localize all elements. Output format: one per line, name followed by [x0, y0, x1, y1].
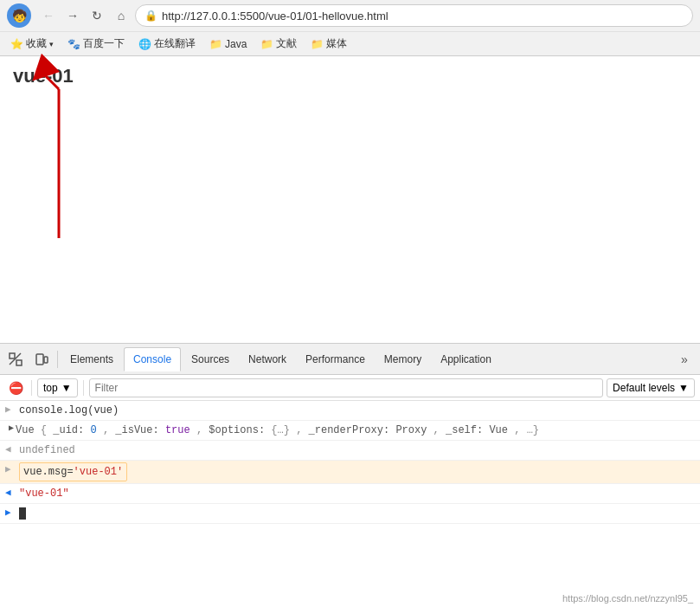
bookmarks-bar: ⭐ 收藏 ▾ 🐾 百度一下 🌐 在线翻译 📁 Java 📁 文献 📁 媒体	[0, 31, 700, 55]
page-content: vue-01	[0, 56, 700, 368]
bookmark-baidu[interactable]: 🐾 百度一下	[64, 35, 128, 53]
console-line-3: ◀ undefined	[0, 441, 700, 461]
refresh-button[interactable]: ↻	[87, 5, 107, 26]
filter-input[interactable]	[89, 378, 603, 397]
svg-rect-6	[36, 354, 43, 365]
baidu-label: 百度一下	[83, 36, 125, 51]
translate-label: 在线翻译	[154, 36, 196, 51]
clear-console-button[interactable]: ⛔	[5, 378, 26, 398]
input-arrow-1: ▶	[5, 403, 19, 415]
inspect-element-button[interactable]	[3, 347, 28, 371]
secure-icon: 🔒	[144, 10, 157, 22]
java-icon: 📁	[209, 38, 222, 50]
collect-icon: ⭐	[10, 38, 23, 50]
address-text: http://127.0.0.1:5500/vue-01/01-hellovue…	[162, 10, 389, 23]
console-line-1: ▶ console.log(vue)	[0, 401, 700, 421]
bookmark-docs[interactable]: 📁 文献	[257, 35, 300, 53]
svg-rect-4	[16, 360, 22, 365]
input-arrow-3: ▶	[5, 506, 19, 518]
devtools-panel: Elements Console Sources Network Perform…	[0, 343, 700, 607]
tab-memory-label: Memory	[384, 353, 421, 365]
tab-elements-label: Elements	[70, 353, 113, 365]
console-line-4: ▶ vue.msg='vue-01'	[0, 461, 700, 484]
tab-application[interactable]: Application	[432, 347, 500, 371]
collect-dropdown: ▾	[49, 40, 54, 48]
address-bar[interactable]: 🔒 http://127.0.0.1:5500/vue-01/01-hellov…	[135, 4, 693, 27]
tab-elements[interactable]: Elements	[61, 347, 122, 371]
docs-label: 文献	[276, 36, 297, 51]
undefined-output: undefined	[19, 442, 695, 458]
tab-separator	[57, 351, 58, 368]
vue-msg-command: vue.msg='vue-01'	[19, 462, 695, 481]
vue-msg-result: "vue-01"	[19, 486, 695, 501]
svg-rect-7	[44, 357, 48, 363]
tab-sources[interactable]: Sources	[183, 347, 238, 371]
console-line-6[interactable]: ▶	[0, 504, 700, 524]
tab-network[interactable]: Network	[240, 347, 295, 371]
console-output: ▶ console.log(vue) ▶ Vue { _uid: 0 , _is…	[0, 401, 700, 607]
more-tabs-button[interactable]: »	[672, 347, 697, 371]
baidu-icon: 🐾	[67, 38, 80, 50]
page-title: vue-01	[13, 65, 687, 87]
context-label: top	[43, 382, 58, 394]
output-arrow-1: ◀	[5, 442, 19, 455]
bookmark-collect[interactable]: ⭐ 收藏 ▾	[7, 35, 57, 53]
console-toolbar: ⛔ top ▼ Default levels ▼	[0, 375, 700, 401]
bookmark-java[interactable]: 📁 Java	[206, 36, 250, 52]
log-levels-dropdown-icon: ▼	[678, 382, 689, 394]
console-cursor-line	[19, 506, 695, 521]
tab-console-label: Console	[133, 353, 171, 365]
toolbar-sep1	[31, 380, 32, 396]
tab-network-label: Network	[248, 353, 286, 365]
output-arrow-2: ◀	[5, 486, 19, 498]
tab-application-label: Application	[440, 353, 491, 365]
tab-performance[interactable]: Performance	[297, 347, 374, 371]
log-levels-selector[interactable]: Default levels ▼	[607, 378, 695, 397]
console-log-command: console.log(vue)	[19, 403, 695, 418]
input-arrow-2: ▶	[5, 462, 19, 475]
home-button[interactable]: ⌂	[111, 5, 132, 26]
avatar: 🧒	[7, 3, 31, 28]
java-label: Java	[225, 38, 247, 50]
devtools-tab-bar: Elements Console Sources Network Perform…	[0, 344, 700, 375]
tab-console[interactable]: Console	[124, 347, 181, 371]
browser-chrome: 🧒 ← → ↻ ⌂ 🔒 http://127.0.0.1:5500/vue-01…	[0, 0, 700, 56]
text-cursor	[19, 507, 26, 520]
bookmark-translate[interactable]: 🌐 在线翻译	[135, 35, 199, 53]
bookmark-media[interactable]: 📁 媒体	[307, 35, 350, 53]
context-dropdown-icon: ▼	[61, 382, 72, 394]
forward-button[interactable]: →	[62, 5, 83, 26]
console-line-2[interactable]: ▶ Vue { _uid: 0 , _isVue: true , $option…	[0, 421, 700, 441]
tab-sources-label: Sources	[191, 353, 229, 365]
tab-memory[interactable]: Memory	[376, 347, 430, 371]
translate-icon: 🌐	[138, 38, 151, 50]
context-selector[interactable]: top ▼	[37, 378, 78, 397]
docs-icon: 📁	[260, 38, 273, 50]
highlighted-command-text: vue.msg='vue-01'	[19, 462, 127, 481]
console-line-5: ◀ "vue-01"	[0, 484, 700, 504]
nav-bar: 🧒 ← → ↻ ⌂ 🔒 http://127.0.0.1:5500/vue-01…	[0, 0, 700, 31]
tab-performance-label: Performance	[305, 353, 365, 365]
log-levels-label: Default levels	[613, 382, 675, 394]
back-button[interactable]: ←	[38, 5, 59, 26]
toolbar-sep2	[83, 380, 84, 396]
annotation-arrow	[0, 65, 216, 255]
collect-label: 收藏	[26, 36, 47, 51]
media-icon: 📁	[311, 38, 324, 50]
media-label: 媒体	[326, 36, 347, 51]
expand-icon-1[interactable]: ▶	[9, 423, 14, 433]
vue-object-output: Vue { _uid: 0 , _isVue: true , $options:…	[16, 423, 695, 438]
device-toolbar-button[interactable]	[29, 347, 54, 371]
svg-rect-3	[10, 353, 15, 358]
